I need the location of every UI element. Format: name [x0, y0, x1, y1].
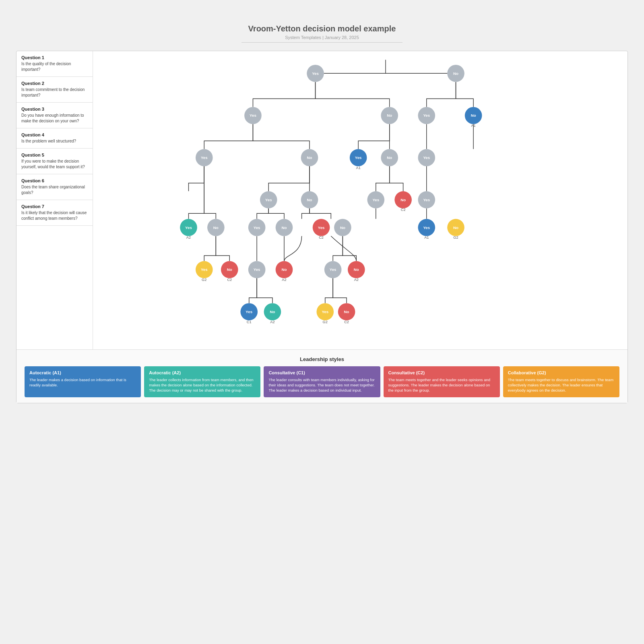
q5-yes-teal-node — [180, 219, 197, 236]
svg-text:A2: A2 — [282, 278, 286, 282]
svg-text:A2: A2 — [354, 278, 359, 282]
legend-section: Leadership styles Autocratic (A1) The le… — [17, 349, 627, 403]
legend-card-title-C2: Consultative (C2) — [388, 370, 495, 375]
legend-card-title-A1: Autocratic (A1) — [29, 370, 136, 375]
question-title-q7: Question 7 — [21, 204, 88, 209]
q2-no2-node — [465, 107, 482, 124]
q6-no-red-node — [221, 261, 238, 279]
svg-text:G2: G2 — [453, 235, 458, 239]
svg-text:G2: G2 — [202, 278, 206, 282]
questions-column: Question 1 Is the quality of the decisio… — [17, 51, 93, 349]
legend-card-text-A2: The leader collects information from tea… — [149, 377, 256, 393]
q3-yes3-node — [418, 149, 435, 166]
legend-card-title-A2: Autocratic (A2) — [149, 370, 256, 375]
q5-no3-node — [334, 219, 351, 236]
question-row-q7: Question 7 Is it likely that the decisio… — [17, 200, 93, 226]
svg-text:A1: A1 — [424, 235, 429, 239]
question-title-q5: Question 5 — [21, 153, 88, 157]
q5-no2-node — [276, 219, 293, 236]
q6-yes-yellow-node — [196, 261, 213, 279]
q5-yes2-node — [248, 219, 266, 236]
svg-text:C2: C2 — [401, 208, 406, 212]
question-title-q3: Question 3 — [21, 107, 88, 111]
question-title-q6: Question 6 — [21, 178, 88, 183]
q5-no-yellow-node — [447, 219, 464, 236]
legend-card-G2: Collaborative (G2) The team meets togeth… — [503, 366, 619, 397]
q4-no-red-node — [394, 191, 412, 208]
svg-text:G2: G2 — [323, 320, 328, 324]
legend-card-C2: Consultative (C2) The team meets togethe… — [384, 366, 500, 397]
question-row-q2: Question 2 Is team commitment to the dec… — [17, 77, 93, 103]
svg-text:C2: C2 — [344, 320, 349, 324]
q1-no-node — [447, 65, 464, 82]
q7-no-red-node — [338, 303, 355, 320]
question-text-q3: Do you have enough information to make t… — [21, 113, 88, 124]
q6-no2-red-node — [276, 261, 293, 279]
legend-card-title-G2: Collaborative (G2) — [508, 370, 615, 375]
diagram-area: Question 1 Is the quality of the decisio… — [17, 51, 627, 349]
legend-cards: Autocratic (A1) The leader makes a decis… — [25, 366, 619, 397]
q1-yes-node — [307, 65, 324, 82]
question-title-q1: Question 1 — [21, 55, 88, 60]
q3-yes-blue-node — [350, 149, 367, 166]
q3-no-node — [301, 149, 318, 166]
legend-card-text-C1: The leader consults with team members in… — [268, 377, 375, 393]
legend-card-A1: Autocratic (A1) The leader makes a decis… — [25, 366, 141, 397]
svg-text:A2: A2 — [270, 320, 275, 324]
question-text-q1: Is the quality of the decision important… — [21, 61, 88, 72]
q5-yes-blue2-node — [418, 219, 435, 236]
question-text-q7: Is it likely that the decision will caus… — [21, 210, 88, 221]
question-text-q2: Is team commitment to the decision impor… — [21, 87, 88, 98]
main-container: Question 1 Is the quality of the decisio… — [16, 51, 628, 403]
svg-text:A2: A2 — [186, 235, 191, 239]
question-title-q4: Question 4 — [21, 132, 88, 137]
q6-no3-node — [348, 261, 365, 279]
q7-yes-blue-node — [240, 303, 258, 320]
q2-yes2-node — [418, 107, 435, 124]
page-title: Vroom-Yetton decision model example — [248, 24, 396, 33]
q5-no-node — [207, 219, 225, 236]
legend-card-A2: Autocratic (A2) The leader collects info… — [144, 366, 260, 397]
svg-text:A1: A1 — [356, 166, 361, 170]
question-row-q4: Question 4 Is the problem well structure… — [17, 128, 93, 149]
question-text-q4: Is the problem well structured? — [21, 138, 88, 144]
q2-no-node — [381, 107, 398, 124]
q6-yes3-node — [324, 261, 342, 279]
question-text-q5: If you were to make the decision yoursel… — [21, 159, 88, 170]
q7-no-teal-node — [264, 303, 281, 320]
legend-card-text-C2: The team meets together and the leader s… — [388, 377, 495, 393]
legend-card-C1: Consultative (C1) The leader consults wi… — [264, 366, 380, 397]
svg-text:C2: C2 — [227, 278, 232, 282]
question-title-q2: Question 2 — [21, 81, 88, 86]
q4-no-node — [301, 191, 318, 208]
page-subtitle: System Templates | January 28, 2025 — [242, 35, 402, 43]
q4-yes3-node — [418, 191, 435, 208]
question-row-q6: Question 6 Does the team share organizat… — [17, 174, 93, 200]
q4-yes2-node — [367, 191, 384, 208]
tree-column: Yes No Yes No Yes No A1 Yes No — [93, 51, 627, 349]
q5-yes-red-node — [313, 219, 330, 236]
svg-text:A1: A1 — [471, 124, 475, 128]
question-text-q6: Does the team share organizational goals… — [21, 184, 88, 196]
q2-yes-node — [244, 107, 262, 124]
svg-text:C2: C2 — [319, 235, 324, 239]
legend-card-title-C1: Consultative (C1) — [268, 370, 375, 375]
question-row-q1: Question 1 Is the quality of the decisio… — [17, 51, 93, 77]
svg-text:C1: C1 — [247, 320, 252, 324]
legend-card-text-A1: The leader makes a decision based on inf… — [29, 377, 136, 388]
question-row-q3: Question 3 Do you have enough informatio… — [17, 103, 93, 128]
question-row-q5: Question 5 If you were to make the decis… — [17, 149, 93, 174]
q6-yes2-node — [248, 261, 266, 279]
q3-no2-node — [381, 149, 398, 166]
legend-title: Leadership styles — [25, 356, 619, 362]
q7-yes-yellow-node — [316, 303, 334, 320]
q3-yes-node — [196, 149, 213, 166]
q4-yes-node — [260, 191, 277, 208]
legend-card-text-G2: The team meets together to discuss and b… — [508, 377, 615, 393]
